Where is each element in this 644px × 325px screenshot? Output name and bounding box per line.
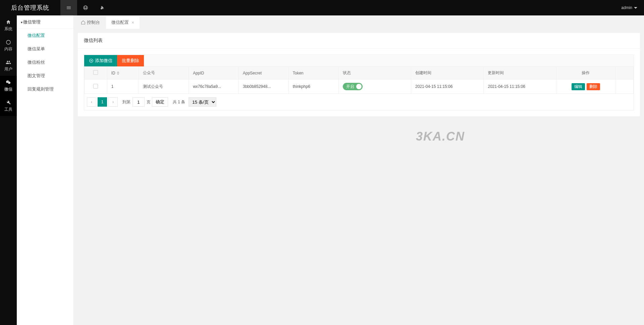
- user-name: admin: [621, 5, 632, 10]
- menu-toggle-icon[interactable]: [60, 0, 77, 15]
- globe-icon[interactable]: [77, 0, 94, 15]
- caret-down-icon: [634, 7, 637, 9]
- topbar: 后台管理系统 admin: [0, 0, 644, 15]
- user-menu[interactable]: admin: [621, 5, 639, 10]
- brand: 后台管理系统: [0, 4, 60, 12]
- clear-icon[interactable]: [94, 0, 111, 15]
- top-icons: [60, 0, 111, 15]
